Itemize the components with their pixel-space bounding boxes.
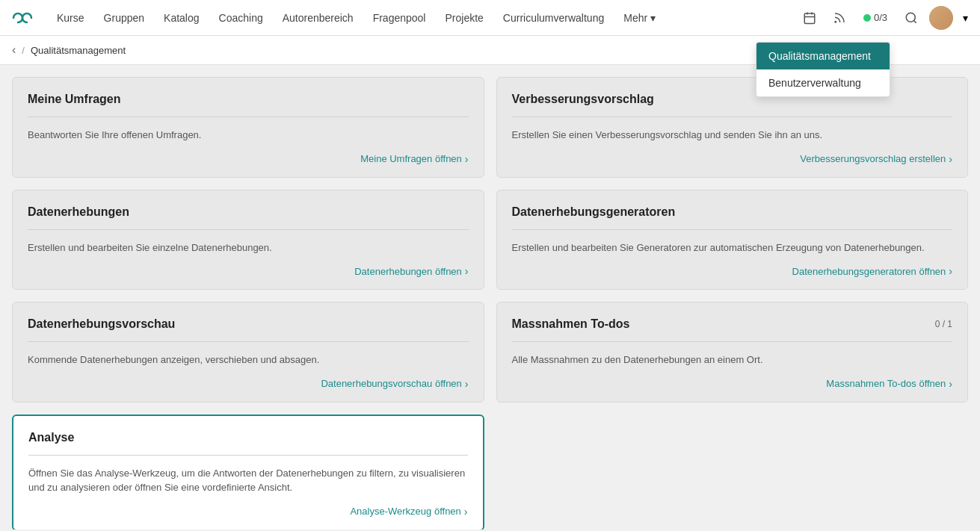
card-title-meine-umfragen: Meine Umfragen: [28, 93, 120, 106]
nav-kurse[interactable]: Kurse: [48, 7, 93, 28]
nav-autorenbereich[interactable]: Autorenbereich: [274, 7, 363, 28]
nav-gruppen[interactable]: Gruppen: [95, 7, 153, 28]
dropdown-qualitaetsmanagement[interactable]: Qualitätsmanagement: [756, 43, 890, 69]
breadcrumb-separator: /: [22, 45, 25, 56]
chevron-right-icon: ›: [465, 265, 469, 277]
card-analyse: AnalyseÖffnen Sie das Analyse-Werkzeug, …: [12, 414, 484, 530]
card-title-massnahmen-todos: Massnahmen To-dos: [512, 317, 630, 331]
card-title-datenerhebungsvorschau: Datenerhebungsvorschau: [28, 317, 175, 331]
logo[interactable]: [9, 9, 36, 27]
card-desc-analyse: Öffnen Sie das Analyse-Werkzeug, um die …: [28, 466, 468, 495]
card-desc-datenerhebungen: Erstellen und bearbeiten Sie einzelne Da…: [28, 240, 469, 255]
nav-projekte[interactable]: Projekte: [436, 7, 492, 28]
chevron-right-icon: ›: [949, 378, 952, 390]
card-link-verbesserungsvorschlag[interactable]: Verbesserungsvorschlag erstellen›: [512, 153, 953, 165]
card-link-meine-umfragen[interactable]: Meine Umfragen öffnen›: [28, 153, 469, 165]
status-badge-btn[interactable]: 0/3: [857, 9, 893, 26]
card-meine-umfragen: Meine UmfragenBeantworten Sie Ihre offen…: [12, 77, 484, 178]
nav-right: 0/3 ▾: [798, 6, 971, 30]
nav-mehr[interactable]: Mehr ▾: [614, 7, 665, 28]
svg-point-4: [835, 21, 836, 22]
card-desc-massnahmen-todos: Alle Massnahmen zu den Datenerhebungen a…: [512, 353, 953, 367]
nav-katalog[interactable]: Katalog: [155, 7, 208, 28]
card-title-analyse: Analyse: [28, 431, 74, 444]
card-link-datenerhebungsvorschau[interactable]: Datenerhebungsvorschau öffnen›: [28, 378, 469, 390]
card-datenerhebungen: DatenerhebungenErstellen und bearbeiten …: [12, 190, 484, 291]
user-menu-chevron[interactable]: ▾: [959, 6, 971, 30]
card-badge-massnahmen-todos: 0 / 1: [935, 319, 952, 329]
card-datenerhebungsgeneratoren: DatenerhebungsgeneratorenErstellen und b…: [496, 190, 969, 291]
breadcrumb-current-page: Qualitätsmanagement: [31, 45, 126, 56]
chevron-right-icon: ›: [465, 153, 469, 165]
card-massnahmen-todos: Massnahmen To-dos0 / 1Alle Massnahmen zu…: [496, 302, 969, 403]
card-desc-datenerhebungsvorschau: Kommende Datenerhebungen anzeigen, versc…: [28, 353, 469, 367]
search-icon[interactable]: [899, 6, 923, 30]
nav-fragenpool[interactable]: Fragenpool: [364, 7, 435, 28]
card-title-verbesserungsvorschlag: Verbesserungsvorschlag: [512, 93, 654, 106]
navbar: Kurse Gruppen Katalog Coaching Autorenbe…: [0, 0, 980, 36]
card-desc-datenerhebungsgeneratoren: Erstellen und bearbeiten Sie Generatoren…: [512, 240, 953, 255]
card-verbesserungsvorschlag: VerbesserungsvorschlagErstellen Sie eine…: [496, 77, 969, 178]
chevron-right-icon: ›: [465, 378, 469, 390]
status-dot-icon: [863, 14, 871, 22]
rss-icon[interactable]: [828, 6, 851, 30]
card-desc-verbesserungsvorschlag: Erstellen Sie einen Verbesserungsvorschl…: [512, 128, 953, 143]
card-link-datenerhebungen[interactable]: Datenerhebungen öffnen›: [28, 265, 469, 277]
chevron-down-icon: ▾: [650, 12, 656, 24]
chevron-right-icon: ›: [464, 506, 468, 518]
back-button[interactable]: ‹: [12, 43, 16, 57]
card-desc-meine-umfragen: Beantworten Sie Ihre offenen Umfragen.: [28, 128, 469, 143]
card-link-analyse[interactable]: Analyse-Werkzeug öffnen›: [28, 506, 468, 518]
chevron-right-icon: ›: [949, 265, 952, 277]
nav-coaching[interactable]: Coaching: [210, 7, 272, 28]
main-content: Meine UmfragenBeantworten Sie Ihre offen…: [0, 65, 980, 530]
nav-curriculumverwaltung[interactable]: Curriculumverwaltung: [494, 7, 613, 28]
chevron-right-icon: ›: [949, 153, 952, 165]
card-datenerhebungsvorschau: DatenerhebungsvorschauKommende Datenerhe…: [12, 302, 484, 403]
avatar[interactable]: [929, 6, 953, 30]
svg-point-5: [906, 13, 915, 22]
nav-links: Kurse Gruppen Katalog Coaching Autorenbe…: [48, 7, 798, 28]
svg-line-6: [913, 20, 916, 22]
svg-rect-0: [804, 13, 815, 24]
card-link-massnahmen-todos[interactable]: Massnahmen To-dos öffnen›: [512, 378, 953, 390]
card-title-datenerhebungsgeneratoren: Datenerhebungsgeneratoren: [512, 205, 676, 219]
card-link-datenerhebungsgeneratoren[interactable]: Datenerhebungsgeneratoren öffnen›: [512, 265, 953, 277]
dropdown-benutzerverwaltung[interactable]: Benutzerverwaltung: [756, 69, 890, 96]
card-title-datenerhebungen: Datenerhebungen: [28, 205, 129, 219]
badge-count: 0/3: [874, 12, 887, 23]
mehr-dropdown: Qualitätsmanagement Benutzerverwaltung: [756, 42, 890, 97]
calendar-icon[interactable]: [798, 6, 822, 30]
